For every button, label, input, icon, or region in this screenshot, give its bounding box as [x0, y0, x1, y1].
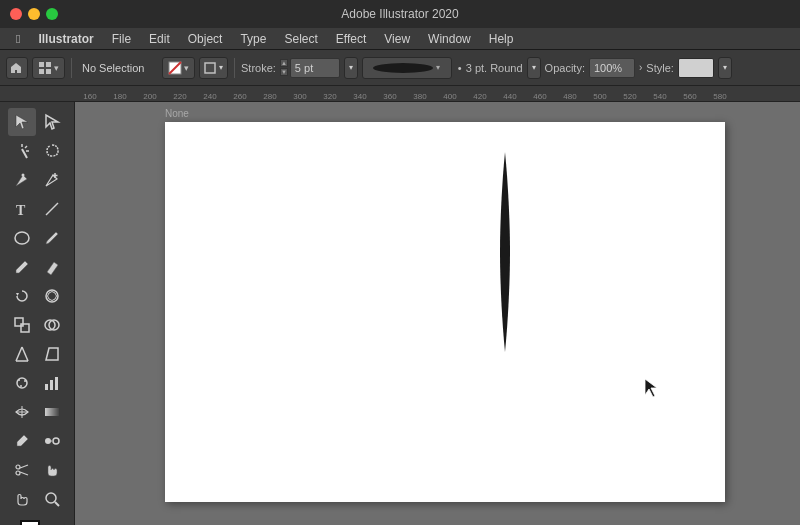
- mesh-tools-row: [8, 398, 66, 426]
- menu-help[interactable]: Help: [481, 30, 522, 48]
- svg-point-28: [24, 380, 26, 382]
- perspective-selection-tool[interactable]: [38, 340, 66, 368]
- menu-view[interactable]: View: [376, 30, 418, 48]
- canvas-area[interactable]: None: [75, 102, 800, 525]
- object-type-arrow: ▾: [219, 63, 223, 72]
- svg-point-40: [16, 471, 20, 475]
- menu-effect[interactable]: Effect: [328, 30, 374, 48]
- svg-line-23: [16, 347, 22, 361]
- separator-1: [71, 58, 72, 78]
- add-anchor-tool[interactable]: [38, 166, 66, 194]
- menu-file[interactable]: File: [104, 30, 139, 48]
- artboard-label: None: [165, 108, 189, 119]
- pen-tool[interactable]: [8, 166, 36, 194]
- svg-rect-3: [46, 69, 51, 74]
- style-arrow: ▾: [723, 63, 727, 72]
- stroke-value[interactable]: 5 pt: [290, 58, 340, 78]
- zoom-tools-row: [8, 485, 66, 513]
- rotate-tools-row: [8, 282, 66, 310]
- svg-rect-1: [46, 62, 51, 67]
- brush-preview[interactable]: ▾: [362, 57, 452, 79]
- brush-shape: [373, 63, 433, 73]
- type-tools-row: T: [8, 195, 66, 223]
- type-tool[interactable]: T: [8, 195, 36, 223]
- symbol-tools-row: [8, 369, 66, 397]
- style-label: Style:: [646, 62, 674, 74]
- scale-tool[interactable]: [8, 311, 36, 339]
- svg-text:T: T: [16, 203, 26, 218]
- minimize-button[interactable]: [28, 8, 40, 20]
- svg-rect-30: [45, 384, 48, 390]
- svg-point-36: [45, 438, 51, 444]
- hand-tool-2[interactable]: [8, 485, 36, 513]
- menu-apple[interactable]: : [8, 30, 28, 48]
- object-type-dropdown[interactable]: ▾: [199, 57, 228, 79]
- lasso-tool[interactable]: [38, 137, 66, 165]
- left-toolbar: T: [0, 102, 75, 525]
- gradient-tool[interactable]: [38, 398, 66, 426]
- mesh-tool[interactable]: [8, 398, 36, 426]
- horizontal-ruler: 160 180 200 220 240 260 280 300 320 340 …: [0, 86, 800, 102]
- svg-point-11: [22, 174, 25, 177]
- eyedropper-tool[interactable]: [8, 427, 36, 455]
- foreground-color[interactable]: [20, 520, 40, 525]
- opacity-value[interactable]: 100%: [589, 58, 635, 78]
- menu-select[interactable]: Select: [276, 30, 325, 48]
- maximize-button[interactable]: [46, 8, 58, 20]
- home-button[interactable]: [6, 57, 28, 79]
- round-label: 3 pt. Round: [466, 62, 523, 74]
- svg-line-24: [22, 347, 28, 361]
- artboard[interactable]: [165, 122, 725, 502]
- zoom-tool[interactable]: [38, 485, 66, 513]
- selection-tool[interactable]: [8, 108, 36, 136]
- menu-object[interactable]: Object: [180, 30, 231, 48]
- blend-tool[interactable]: [38, 427, 66, 455]
- svg-point-43: [46, 493, 56, 503]
- scissors-tool[interactable]: [8, 456, 36, 484]
- svg-rect-6: [205, 63, 215, 73]
- svg-point-39: [16, 465, 20, 469]
- round-dropdown[interactable]: ▾: [527, 57, 541, 79]
- paintbrush-tool[interactable]: [38, 224, 66, 252]
- app-title: Adobe Illustrator 2020: [341, 7, 458, 21]
- symbol-sprayer-tool[interactable]: [8, 369, 36, 397]
- stroke-unit-dropdown[interactable]: ▾: [344, 57, 358, 79]
- style-dropdown[interactable]: ▾: [718, 57, 732, 79]
- shape-tools-row: [8, 224, 66, 252]
- ruler-marks: 160 180 200 220 240 260 280 300 320 340 …: [75, 92, 735, 101]
- menu-edit[interactable]: Edit: [141, 30, 178, 48]
- style-box[interactable]: [678, 58, 714, 78]
- hand-tools-row: [8, 456, 66, 484]
- svg-point-37: [53, 438, 59, 444]
- svg-line-42: [20, 472, 28, 475]
- ellipse-tool[interactable]: [8, 224, 36, 252]
- control-bar: ▾ No Selection ▾ ▾ Stroke: ▲ ▼ 5 pt: [0, 50, 800, 86]
- shape-builder-tool[interactable]: [38, 311, 66, 339]
- eraser-tool[interactable]: [38, 253, 66, 281]
- perspective-grid-tool[interactable]: [8, 340, 36, 368]
- svg-rect-31: [50, 380, 53, 390]
- round-arrow: ▾: [532, 63, 536, 72]
- menu-window[interactable]: Window: [420, 30, 479, 48]
- magic-wand-tool[interactable]: [8, 137, 36, 165]
- select-tools-row: [8, 137, 66, 165]
- main-content: T: [0, 102, 800, 525]
- scale-tools-row: [8, 311, 66, 339]
- selection-status: No Selection: [78, 62, 158, 74]
- rotate-tool[interactable]: [8, 282, 36, 310]
- opacity-more[interactable]: ›: [639, 62, 642, 73]
- warp-tool[interactable]: [38, 282, 66, 310]
- svg-rect-20: [21, 324, 29, 332]
- menu-illustrator[interactable]: Illustrator: [30, 30, 101, 48]
- stroke-color-button[interactable]: ▾: [162, 57, 195, 79]
- column-graph-tool[interactable]: [38, 369, 66, 397]
- line-tool[interactable]: [38, 195, 66, 223]
- workspace-button[interactable]: ▾: [32, 57, 65, 79]
- svg-rect-35: [45, 408, 59, 416]
- brush-stroke: [495, 152, 515, 352]
- close-button[interactable]: [10, 8, 22, 20]
- hand-tool[interactable]: [38, 456, 66, 484]
- menu-type[interactable]: Type: [232, 30, 274, 48]
- direct-selection-tool[interactable]: [38, 108, 66, 136]
- pencil-tool[interactable]: [8, 253, 36, 281]
